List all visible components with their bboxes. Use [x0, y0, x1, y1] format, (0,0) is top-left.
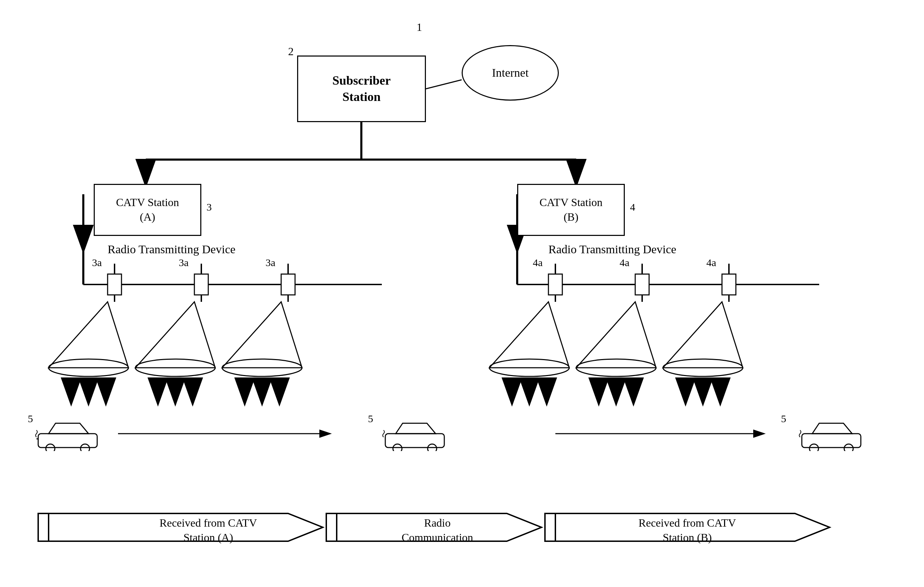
label-3a-3: 3a	[266, 257, 275, 268]
catv-b-box: CATV Station(B)	[517, 184, 625, 236]
svg-point-36	[576, 359, 656, 377]
car-left	[35, 416, 104, 451]
svg-marker-35	[576, 302, 656, 368]
svg-rect-60	[38, 513, 49, 541]
subscriber-station-box: SubscriberStation	[297, 56, 426, 122]
catv-a-label: CATV Station(A)	[116, 195, 179, 224]
arrow-2-label: RadioCommunication	[354, 516, 521, 545]
label-3a-1: 3a	[92, 257, 102, 268]
svg-rect-24	[548, 274, 562, 295]
svg-point-30	[135, 359, 215, 377]
svg-marker-37	[663, 302, 743, 368]
label-3: 3	[206, 201, 212, 213]
svg-marker-29	[135, 302, 215, 368]
svg-rect-23	[281, 274, 295, 295]
vehicle-label-left: 5	[28, 413, 33, 425]
catv-b-label: CATV Station(B)	[540, 195, 602, 224]
internet-label: Internet	[492, 66, 529, 79]
radio-transmitting-device-left-label: Radio Transmitting Device	[107, 243, 235, 256]
vehicle-label-right: 5	[781, 413, 786, 425]
svg-rect-25	[635, 274, 649, 295]
svg-rect-22	[195, 274, 208, 295]
label-4: 4	[630, 201, 635, 213]
svg-marker-31	[222, 302, 302, 368]
svg-marker-71	[396, 423, 436, 434]
label-3a-2: 3a	[179, 257, 188, 268]
svg-marker-75	[812, 423, 852, 434]
svg-point-38	[663, 359, 743, 377]
svg-rect-26	[722, 274, 736, 295]
svg-point-28	[49, 359, 129, 377]
label-1: 1	[416, 21, 422, 34]
svg-line-2	[426, 80, 462, 89]
car-right	[799, 416, 868, 451]
internet-ellipse: Internet	[462, 45, 559, 100]
svg-rect-21	[107, 274, 122, 295]
subscriber-station-label: SubscriberStation	[332, 72, 391, 105]
svg-marker-27	[49, 302, 129, 368]
svg-rect-64	[545, 513, 555, 541]
vehicle-label-center: 5	[368, 413, 373, 425]
car-center	[382, 416, 451, 451]
svg-point-32	[222, 359, 302, 377]
arrow-3-label: Received from CATVStation (B)	[580, 516, 795, 545]
svg-marker-33	[489, 302, 569, 368]
arrow-1-label: Received from CATVStation (A)	[122, 516, 295, 545]
catv-a-box: CATV Station(A)	[94, 184, 201, 236]
label-2: 2	[288, 45, 294, 58]
svg-marker-66	[49, 423, 89, 434]
svg-rect-62	[326, 513, 337, 541]
label-4a-3: 4a	[706, 257, 716, 268]
label-4a-2: 4a	[620, 257, 629, 268]
svg-point-34	[489, 359, 569, 377]
radio-transmitting-device-right-label: Radio Transmitting Device	[548, 243, 676, 256]
label-4a-1: 4a	[533, 257, 543, 268]
